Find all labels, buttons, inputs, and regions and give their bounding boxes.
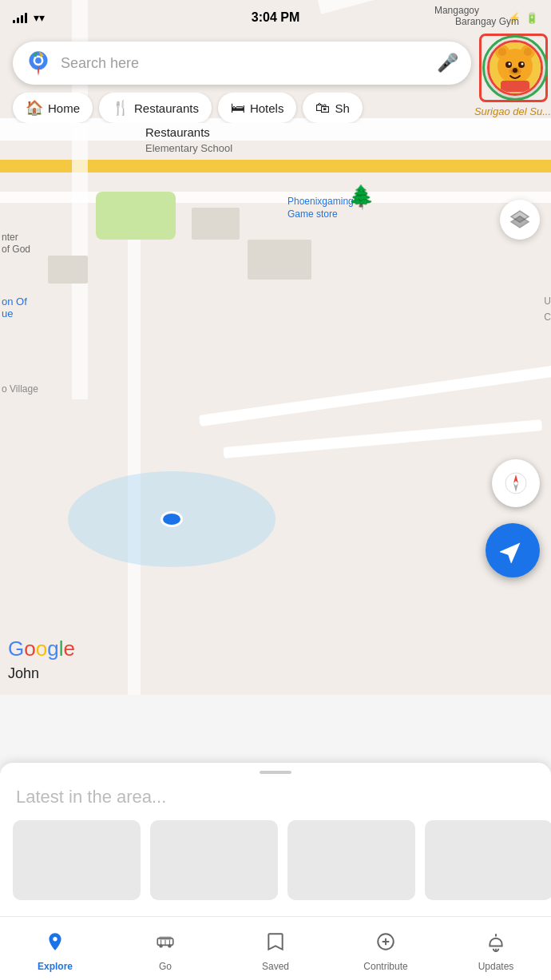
chip-shopping[interactable]: 🛍 Sh [303, 93, 362, 123]
go-label: Go [159, 961, 172, 972]
svg-rect-20 [501, 81, 529, 92]
card-1[interactable] [13, 820, 141, 900]
svg-point-19 [513, 68, 517, 73]
google-e: e [63, 637, 74, 661]
search-placeholder: Search here [61, 55, 430, 72]
barangay-gym-label: Barangay Gym [455, 16, 519, 27]
nav-item-go[interactable]: Go [110, 925, 220, 972]
chip-hotels[interactable]: 🛏 Hotels [218, 93, 297, 123]
battery-icon: 🔋 [525, 12, 538, 24]
nav-item-explore[interactable]: Explore [0, 925, 110, 972]
shopping-icon: 🛍 [315, 100, 330, 117]
chip-restaurants-label: Restaurants [134, 101, 199, 115]
church-label-1: nter [2, 232, 18, 243]
green-park [96, 192, 176, 240]
chip-restaurants[interactable]: 🍴 Restaurants [99, 93, 212, 123]
contribute-label: Contribute [363, 961, 407, 972]
tree-pin: 🌲 [348, 184, 374, 208]
svg-point-16 [521, 63, 524, 65]
mic-icon[interactable]: 🎤 [437, 53, 458, 73]
nav-item-contribute[interactable]: Contribute [331, 925, 441, 972]
mangagoy-label: Mangagoy [434, 5, 479, 16]
svg-rect-22 [159, 937, 171, 940]
google-maps-logo [26, 50, 51, 76]
signal-bar-1 [13, 20, 15, 23]
village-label-1: o Village [2, 383, 38, 395]
restaurants-area-label: Restaurants Elementary School [145, 125, 232, 154]
building-2 [248, 240, 311, 280]
signal-bar-2 [17, 18, 19, 23]
chip-home[interactable]: 🏠 Home [13, 93, 93, 123]
google-g2: g [47, 637, 58, 661]
phoenixgaming-label: PhoenixgamingGame store [287, 196, 354, 220]
card-3[interactable] [287, 820, 415, 900]
right-label-u: U [544, 296, 551, 307]
svg-point-15 [509, 63, 511, 65]
chip-shopping-label: Sh [335, 101, 349, 115]
updates-icon [486, 931, 506, 958]
saved-icon [265, 931, 286, 958]
building-1 [192, 208, 240, 240]
profile-avatar[interactable] [487, 40, 543, 96]
navigation-fab[interactable] [486, 523, 540, 577]
svg-point-7 [35, 58, 42, 64]
card-2[interactable] [150, 820, 278, 900]
signal-bar-4 [25, 13, 27, 23]
chips-row: 🏠 Home 🍴 Restaurants 🛏 Hotels 🛍 Sh [0, 93, 551, 123]
signal-bars [13, 12, 27, 23]
status-left: ▾▾ [13, 11, 45, 24]
home-icon: 🏠 [26, 99, 43, 117]
search-bar[interactable]: Search here 🎤 [13, 42, 471, 85]
signal-bar-3 [21, 15, 23, 23]
chip-home-label: Home [48, 101, 80, 115]
saved-label: Saved [262, 961, 289, 972]
bottom-sheet[interactable]: Latest in the area... [0, 763, 551, 916]
bottom-nav: Explore Go Saved [0, 916, 551, 980]
church-label-2: of God [2, 244, 30, 255]
hotels-icon: 🛏 [231, 100, 245, 117]
updates-label: Updates [478, 961, 514, 972]
go-icon [155, 931, 176, 958]
card-4[interactable] [425, 820, 551, 900]
cards-row [0, 820, 551, 916]
union-label-2: ue [2, 307, 13, 319]
sheet-title: Latest in the area... [0, 787, 551, 820]
google-g: G [8, 637, 24, 661]
restaurants-icon: 🍴 [112, 99, 129, 117]
right-label-c: C [544, 311, 551, 323]
explore-icon [45, 931, 65, 958]
phoenixgaming-marker[interactable]: PhoenixgamingGame store [287, 196, 354, 220]
nav-item-updates[interactable]: Updates [441, 925, 551, 972]
john-label: John [8, 665, 39, 682]
road-vertical-2 [128, 240, 141, 695]
svg-point-11 [498, 48, 506, 56]
union-label-1: on Of [2, 296, 27, 307]
contribute-icon [375, 931, 396, 958]
building-3 [48, 256, 88, 284]
status-time: 3:04 PM [252, 10, 299, 25]
layer-button[interactable] [500, 200, 540, 240]
restaurants-map-label: Restaurants [145, 125, 232, 139]
chip-hotels-label: Hotels [250, 101, 284, 115]
compass-button[interactable] [492, 459, 540, 507]
google-o2: o [36, 637, 47, 661]
user-location-area [68, 471, 276, 567]
user-location-dot [163, 514, 180, 525]
explore-label: Explore [38, 961, 73, 972]
svg-point-12 [524, 48, 532, 56]
google-o1: o [24, 637, 35, 661]
nav-item-saved[interactable]: Saved [220, 925, 331, 972]
sheet-handle [260, 771, 291, 774]
google-logo: Google [8, 637, 75, 661]
elementary-school-label: Elementary School [145, 142, 232, 154]
avatar-image [490, 42, 541, 93]
wifi-icon: ▾▾ [34, 11, 45, 24]
